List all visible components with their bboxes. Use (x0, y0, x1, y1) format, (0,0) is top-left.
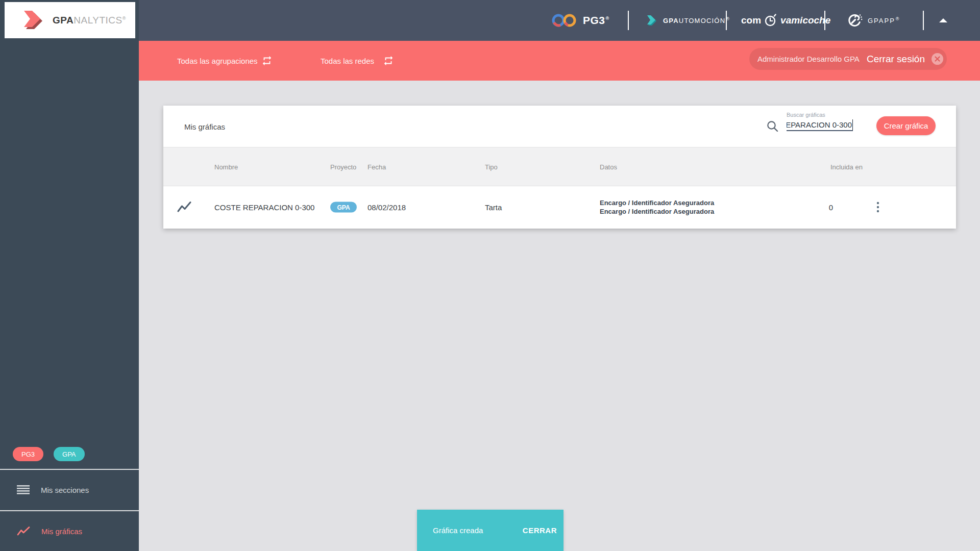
groups-swap-icon[interactable] (261, 41, 273, 81)
chart-type: Tarta (485, 203, 502, 212)
logout-button[interactable]: Cerrar sesión (867, 53, 943, 65)
search-icon[interactable] (766, 120, 779, 133)
column-header-datos: Datos (600, 163, 617, 170)
logout-close-icon[interactable] (932, 53, 943, 65)
topbar-divider (824, 11, 825, 30)
gpapp-label: GPAPP® (868, 16, 900, 24)
pg3-label: PG3® (583, 14, 609, 27)
page-title: Mis gráficas (184, 122, 225, 131)
search-input-label: Buscar gráficas (787, 112, 853, 118)
gpanalytics-logo: GPANALYTICS® (5, 2, 135, 38)
table-header-row: Nombre Proyecto Fecha Tipo Datos Incluid… (163, 147, 956, 186)
gpanalytics-logo-text: GPANALYTICS® (53, 15, 126, 26)
menu-list-icon (17, 485, 30, 495)
user-name: Administrador Desarrollo GPA (757, 55, 860, 63)
sidebar-item-label: Mis gráficas (41, 527, 82, 536)
column-header-proyecto: Proyecto (330, 163, 356, 170)
my-charts-card: Mis gráficas Buscar gráficas REPARACION … (163, 106, 956, 229)
filter-bar: Todas las agrupaciones Todas las redes A… (139, 41, 980, 81)
sidebar-item-mis-graficas[interactable]: Mis gráficas (0, 511, 139, 551)
sidebar: GPANALYTICS® PG3 GPA Mis secciones (0, 0, 139, 551)
gpapp-wrench-icon (846, 12, 863, 29)
topbar-divider (628, 11, 629, 30)
groups-filter[interactable]: Todas las agrupaciones (177, 41, 258, 81)
pg3-badge[interactable]: PG3 (13, 447, 43, 461)
comprovamicoche-brand: com vamicoche (741, 0, 830, 41)
search-input[interactable]: Buscar gráficas REPARACION 0-300 (787, 112, 853, 131)
column-header-fecha: Fecha (368, 163, 386, 170)
snackbar-close-button[interactable]: CERRAR (523, 526, 557, 535)
gpanalytics-arrow-icon (20, 9, 45, 32)
gpapp-brand: GPAPP® (846, 0, 900, 41)
gpa-badge[interactable]: GPA (54, 447, 85, 461)
chart-data-line: Encargo / Identificador Aseguradora (600, 198, 714, 207)
row-more-menu-icon[interactable] (874, 199, 881, 215)
snackbar: Gráfica creada CERRAR (417, 510, 564, 551)
sidebar-item-mis-secciones[interactable]: Mis secciones (0, 470, 139, 510)
topbar-divider (923, 11, 924, 30)
networks-filter[interactable]: Todas las redes (321, 41, 374, 81)
chart-date: 08/02/2018 (368, 203, 406, 212)
line-chart-icon (17, 526, 30, 536)
comprovamicoche-post-label: vamicoche (780, 15, 830, 26)
line-chart-icon (177, 201, 192, 214)
project-badge: GPA (330, 202, 357, 213)
column-header-tipo: Tipo (485, 163, 498, 170)
search-input-value: REPARACION 0-300 (787, 119, 853, 130)
column-header-incluida-en: Incluida en (830, 163, 863, 170)
chart-data-fields: Encargo / Identificador Aseguradora Enca… (600, 198, 714, 216)
top-brand-bar: PG3® GPAUTOMOCIÓN® com (139, 0, 980, 41)
topbar-divider (726, 11, 727, 30)
clock-icon (764, 14, 777, 27)
collapse-topbar-caret[interactable] (939, 18, 947, 22)
chart-name: COSTE REPARACION 0-300 (214, 203, 314, 212)
table-row[interactable]: COSTE REPARACION 0-300 GPA 08/02/2018 Ta… (163, 186, 956, 228)
comprovamicoche-pre-label: com (741, 15, 761, 26)
user-session-pill: Administrador Desarrollo GPA Cerrar sesi… (749, 48, 947, 70)
pg3-logo-icon (551, 13, 578, 28)
networks-swap-icon[interactable] (383, 41, 394, 81)
pg3-brand: PG3® (551, 0, 609, 41)
gpautomocion-arrow-icon (645, 14, 658, 27)
sidebar-badges: PG3 GPA (13, 447, 85, 461)
app-screen: PG3® GPAUTOMOCIÓN® com (0, 0, 980, 551)
create-chart-button[interactable]: Crear gráfica (876, 116, 936, 135)
gpautomocion-label: GPAUTOMOCIÓN® (663, 16, 730, 24)
snackbar-message: Gráfica creada (433, 526, 483, 535)
sidebar-item-label: Mis secciones (41, 486, 89, 494)
column-header-nombre: Nombre (214, 163, 238, 170)
card-header: Mis gráficas Buscar gráficas REPARACION … (163, 106, 956, 147)
gpautomocion-brand: GPAUTOMOCIÓN® (645, 0, 730, 41)
chart-data-line: Encargo / Identificador Aseguradora (600, 207, 714, 216)
included-in-count: 0 (825, 203, 837, 212)
